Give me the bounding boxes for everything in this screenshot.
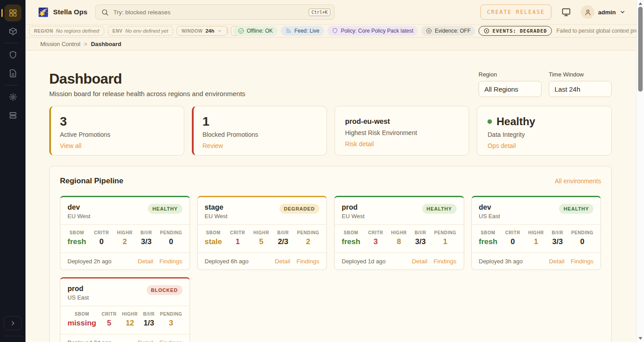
stat-value: stale: [205, 237, 222, 246]
pipeline-card: dev US East HEALTHY SBOMfreshCRITR0HIGHR…: [471, 196, 602, 270]
pipeline-card-header: stage EU West DEGRADED: [198, 197, 327, 225]
sidebar-expand-button[interactable]: [4, 316, 22, 330]
stat-value: 5: [254, 237, 269, 246]
summary-card-link[interactable]: Risk detail: [345, 140, 374, 148]
status-pill-evidence[interactable]: Evidence: OFF: [421, 26, 475, 36]
stat-label: PENDING: [160, 230, 182, 235]
summary-card: prod-eu-west Highest Risk Environment Ri…: [335, 106, 470, 156]
findings-link[interactable]: Findings: [571, 258, 593, 265]
environment-block: prod US East: [68, 284, 89, 301]
content-header: Dashboard Mission board for release heal…: [49, 71, 612, 98]
breadcrumb-current: Dashboard: [91, 41, 121, 47]
rss-icon: [285, 28, 292, 34]
region-name: US East: [68, 294, 89, 301]
stat-critr: CRITR3: [368, 230, 383, 246]
status-pill-events[interactable]: EVENTS: DEGRADED: [479, 26, 552, 36]
detail-link[interactable]: Detail: [549, 258, 564, 265]
brand-logo-icon: 🌠: [38, 8, 49, 17]
x-circle-icon: [426, 28, 432, 34]
monitor-icon[interactable]: [561, 7, 571, 17]
detail-link[interactable]: Detail: [138, 339, 153, 342]
sidebar-item-security[interactable]: [4, 46, 21, 63]
stat-label: HIGHR: [117, 230, 132, 235]
region-name: EU West: [205, 213, 228, 220]
status-pill-text: Evidence: OFF: [435, 28, 470, 34]
stat-label: SBOM: [205, 230, 222, 235]
context-status-pills: Offline: OKFeed: LivePolicy: Core Policy…: [233, 26, 552, 36]
detail-link[interactable]: Detail: [275, 258, 290, 265]
shield-icon: [332, 28, 338, 34]
time-window-filter-label: Time Window: [549, 71, 612, 78]
sidebar-item-settings[interactable]: [4, 89, 21, 106]
page-scrollbar[interactable]: [636, 0, 644, 342]
stat-label: HIGHR: [122, 312, 138, 317]
status-pill-offline[interactable]: Offline: OK: [233, 26, 277, 36]
deployed-time: Deployed 6h ago: [205, 258, 249, 265]
time-window-select[interactable]: Last 24h: [549, 81, 612, 97]
pipeline-card-footer: Deployed 6h ago DetailFindings: [198, 253, 327, 270]
summary-card-link[interactable]: View all: [60, 142, 81, 149]
scrollbar-down-arrow[interactable]: [639, 337, 642, 340]
status-dot: [487, 119, 492, 124]
findings-link[interactable]: Findings: [433, 258, 456, 265]
summary-card-link[interactable]: Review: [203, 142, 223, 149]
stat-b-i-r: B/I/R3/3: [415, 230, 426, 246]
stat-value: 8: [391, 237, 407, 246]
findings-link[interactable]: Findings: [297, 258, 319, 265]
user-menu[interactable]: admin: [581, 5, 626, 19]
findings-link[interactable]: Findings: [159, 258, 182, 265]
pipeline-card: prod EU West HEALTHY SBOMfreshCRITR3HIGH…: [334, 196, 464, 270]
region-select[interactable]: All Regions: [479, 81, 542, 97]
breadcrumb-separator: >: [84, 41, 88, 47]
username: admin: [598, 9, 616, 16]
app-root: 🌠 Stella Ops Ctrl+K CREATE RELEASE: [0, 0, 644, 342]
check-circle-icon: [238, 28, 244, 34]
detail-link[interactable]: Detail: [138, 258, 153, 265]
stat-pending: PENDING0: [160, 230, 182, 246]
page-content: Dashboard Mission board for release heal…: [25, 51, 636, 342]
status-pill-feed[interactable]: Feed: Live: [281, 26, 324, 36]
target-icon: [483, 28, 490, 34]
sidebar-item-infrastructure[interactable]: [4, 107, 21, 124]
title-block: Dashboard Mission board for release heal…: [49, 71, 246, 98]
main-column: 🌠 Stella Ops Ctrl+K CREATE RELEASE: [25, 0, 636, 342]
all-environments-link[interactable]: All environments: [555, 177, 602, 185]
region-filter-label: Region: [479, 71, 542, 78]
filter-pill-value: 24h: [205, 28, 214, 34]
summary-card-link[interactable]: Ops detail: [487, 142, 516, 149]
sidebar-item-artifacts[interactable]: [4, 23, 21, 40]
stats-row: SBOMstaleCRITR1HIGHR5B/I/R2/3PENDING2: [198, 225, 327, 253]
sidebar-item-reports[interactable]: [4, 65, 21, 82]
breadcrumb: Mission Control > Dashboard: [25, 38, 636, 51]
stats-row: SBOMfreshCRITR0HIGHR2B/I/R3/3PENDING0: [60, 225, 190, 253]
context-pill-region[interactable]: REGIONNo regions defined: [29, 26, 104, 36]
scrollbar-thumb[interactable]: [638, 7, 643, 92]
package-icon: [8, 27, 17, 36]
stat-value: 2/3: [277, 237, 289, 246]
sidebar-items: [4, 3, 21, 125]
sidebar: [0, 0, 25, 342]
gear-icon: [8, 93, 17, 101]
sidebar-item-dashboard[interactable]: [4, 4, 21, 21]
context-pill-env[interactable]: ENVNo env defined yet: [108, 26, 173, 36]
search-input[interactable]: [113, 8, 305, 16]
context-pill-window[interactable]: WINDOW24h: [177, 26, 227, 36]
filter-pill-label: WINDOW: [182, 29, 203, 34]
stat-sbom: SBOMfresh: [68, 230, 86, 246]
findings-link[interactable]: Findings: [159, 339, 182, 342]
create-release-button[interactable]: CREATE RELEASE: [480, 4, 551, 20]
breadcrumb-parent[interactable]: Mission Control: [40, 41, 80, 47]
stat-value: 1: [528, 237, 544, 246]
chevron-down-icon: [619, 9, 626, 15]
global-search[interactable]: Ctrl+K: [95, 4, 335, 20]
status-pill-policy[interactable]: Policy: Core Policy Pack latest: [327, 26, 418, 36]
panel-header: Regional Pipeline All environments: [60, 177, 601, 186]
stat-value: 12: [122, 319, 138, 328]
summary-card-value: Healthy: [487, 115, 601, 128]
environment-name: prod: [342, 203, 364, 211]
stat-b-i-r: B/I/R3/3: [140, 230, 152, 246]
detail-link[interactable]: Detail: [412, 258, 428, 265]
pipeline-card: prod US East BLOCKED SBOMmissingCRITR5HI…: [60, 277, 190, 342]
scrollbar-up-arrow[interactable]: [639, 2, 642, 5]
pipeline-card-footer: Deployed 1d ago DetailFindings: [335, 253, 464, 270]
